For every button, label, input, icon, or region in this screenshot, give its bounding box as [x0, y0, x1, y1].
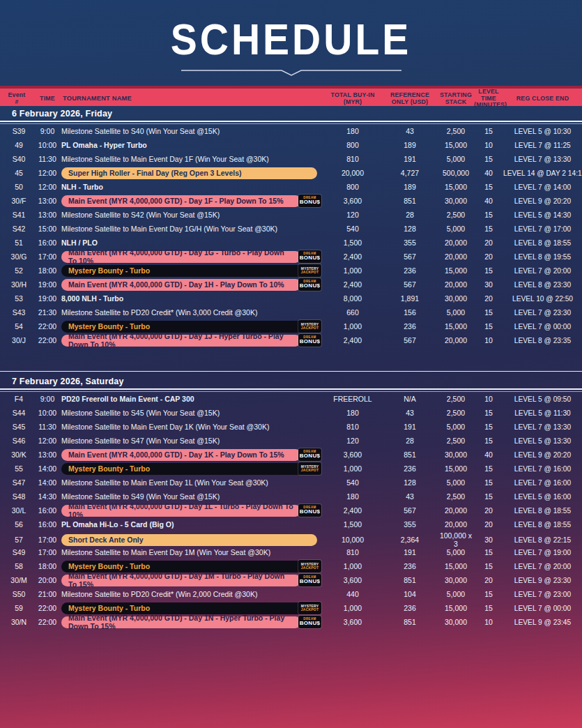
- reg-close-end-value: LEVEL 7 @ 17:00: [503, 225, 582, 233]
- tournament-name-cell: PL Omaha Hi-Lo - 5 Card (Big O): [61, 517, 323, 531]
- badge-main-text: BONU$: [300, 579, 321, 584]
- day-section: 7 February 2026, Saturday F4 9:00 PD20 F…: [0, 371, 582, 629]
- level-time-value: 15: [474, 562, 503, 570]
- tournament-name: Main Event (MYR 4,000,000 GTD) - Day 1H …: [61, 279, 301, 291]
- bonus-badge: DREAM BONU$: [298, 278, 321, 291]
- start-time: 10:00: [33, 409, 61, 417]
- reference-usd-value: 128: [382, 478, 438, 487]
- reg-close-end-value: LEVEL 14 @ DAY 2 14:15: [503, 169, 582, 177]
- level-time-value: 15: [474, 183, 503, 191]
- level-time-value: 15: [474, 423, 503, 431]
- starting-stack-value: 500,000: [438, 169, 474, 177]
- total-buyin-value: 2,400: [323, 336, 382, 344]
- reg-close-end-value: LEVEL 9 @ 23:45: [503, 619, 582, 626]
- starting-stack-value: 30,000: [438, 197, 474, 205]
- level-time-value: 20: [474, 238, 503, 247]
- event-number: S41: [0, 211, 33, 219]
- event-number: 55: [0, 464, 33, 473]
- table-row: 30/N 22:00 Main Event (MYR 4,000,000 GTD…: [0, 615, 582, 629]
- total-buyin-value: 800: [323, 183, 382, 191]
- level-time-value: 15: [474, 225, 503, 233]
- starting-stack-value: 15,000: [438, 604, 474, 612]
- tournament-name-cell: Milestone Satellite to S47 (Win Your Sea…: [61, 434, 323, 448]
- event-number: 30/H: [0, 280, 33, 289]
- reg-close-end-value: LEVEL 9 @ 23:30: [503, 577, 582, 584]
- badge-main-text: BONU$: [300, 621, 321, 626]
- reference-usd-value: 191: [382, 548, 438, 556]
- starting-stack-value: 20,000: [438, 280, 474, 289]
- reg-close-end-value: LEVEL 5 @ 09:50: [503, 395, 582, 403]
- tournament-name-cell: Milestone Satellite to Main Event Day 1M…: [61, 545, 323, 559]
- tournament-name-cell: Milestone Satellite to S45 (Win Your Sea…: [61, 406, 323, 420]
- page-title: SCHEDULE: [0, 17, 582, 61]
- total-buyin-value: 180: [323, 409, 382, 417]
- reference-usd-value: 567: [382, 506, 438, 515]
- reg-close-end-value: LEVEL 7 @ 16:00: [503, 465, 582, 473]
- tournament-name-cell: Mystery Bounty - Turbo MYSTERY JACKPOT: [61, 264, 323, 278]
- tournament-name: Mystery Bounty - Turbo: [61, 561, 321, 572]
- level-time-value: 30: [474, 536, 503, 544]
- title-underline-chevron-ornament: [180, 68, 403, 77]
- start-time: 15:00: [33, 225, 61, 233]
- tournament-name: Main Event (MYR 4,000,000 GTD) - Day 1G …: [61, 251, 301, 263]
- starting-stack-value: 15,000: [438, 562, 474, 570]
- reference-usd-value: 104: [382, 590, 438, 598]
- total-buyin-value: 2,400: [323, 506, 382, 515]
- starting-stack-value: 15,000: [438, 141, 474, 149]
- badge-main-text: JACKPOT: [301, 469, 319, 472]
- badge-main-text: BONU$: [300, 339, 321, 344]
- event-number: S48: [0, 492, 33, 501]
- total-buyin-value: 2,400: [323, 252, 382, 261]
- tournament-name-cell: Super High Roller - Final Day (Reg Open …: [61, 166, 323, 180]
- starting-stack-value: 30,000: [438, 576, 474, 584]
- tournament-name: Milestone Satellite to Main Event Day 1F…: [61, 155, 269, 163]
- starting-stack-value: 5,000: [438, 308, 474, 317]
- starting-stack-value: 30,000: [438, 618, 474, 626]
- start-time: 12:00: [33, 169, 61, 177]
- event-number: 30/G: [0, 252, 33, 261]
- tournament-name-cell: Main Event (MYR 4,000,000 GTD) - Day 1N …: [61, 615, 323, 629]
- tournament-name-cell: Main Event (MYR 4,000,000 GTD) - Day 1F …: [61, 194, 323, 208]
- section-rows: F4 9:00 PD20 Freeroll to Main Event - CA…: [0, 392, 582, 629]
- level-time-value: 15: [474, 127, 503, 135]
- column-header-time: TIME: [33, 96, 61, 103]
- start-time: 14:00: [33, 478, 61, 487]
- tournament-name: Mystery Bounty - Turbo: [61, 463, 321, 475]
- table-row: S39 9:00 Milestone Satellite to S40 (Win…: [0, 124, 582, 138]
- reference-usd-value: 128: [382, 225, 438, 233]
- start-time: 13:00: [33, 197, 61, 205]
- event-number: 30/J: [0, 336, 33, 344]
- total-buyin-value: 1,500: [323, 238, 382, 247]
- badge-main-text: BONU$: [300, 283, 321, 289]
- bonus-badge: DREAM BONU$: [298, 616, 321, 628]
- event-number: 30/K: [0, 450, 33, 459]
- starting-stack-value: 2,500: [438, 127, 474, 135]
- tournament-name: Main Event (MYR 4,000,000 GTD) - Day 1F …: [61, 195, 301, 207]
- event-number: S42: [0, 225, 33, 233]
- badge-main-text: BONU$: [300, 199, 321, 205]
- table-row: S49 17:00 Milestone Satellite to Main Ev…: [0, 545, 582, 559]
- starting-stack-value: 2,500: [438, 437, 474, 445]
- reg-close-end-value: LEVEL 5 @ 16:00: [503, 493, 582, 501]
- tournament-name-cell: Milestone Satellite to Main Event Day 1K…: [61, 420, 323, 434]
- tournament-name: Main Event (MYR 4,000,000 GTD) - Day 1K …: [61, 449, 301, 461]
- reference-usd-value: 28: [382, 437, 438, 445]
- reg-close-end-value: LEVEL 7 @ 20:00: [503, 563, 582, 570]
- level-time-value: 15: [474, 155, 503, 163]
- starting-stack-value: 20,000: [438, 336, 474, 344]
- reg-close-end-value: LEVEL 7 @ 23:30: [503, 309, 582, 317]
- event-number: 51: [0, 238, 33, 247]
- schedule-poster: SCHEDULE Event # TIME TOURNAMENT NAME TO…: [0, 0, 582, 728]
- table-row: 30/K 13:00 Main Event (MYR 4,000,000 GTD…: [0, 448, 582, 462]
- starting-stack-value: 5,000: [438, 423, 474, 431]
- tournament-name: Short Deck Ante Only: [61, 534, 317, 546]
- starting-stack-value: 2,500: [438, 492, 474, 501]
- level-time-value: 15: [474, 604, 503, 612]
- start-time: 12:00: [33, 183, 61, 191]
- tournament-name: Mystery Bounty - Turbo: [61, 602, 321, 614]
- table-row: S46 12:00 Milestone Satellite to S47 (Wi…: [0, 434, 582, 448]
- reg-close-end-value: LEVEL 7 @ 13:30: [503, 423, 582, 431]
- badge-main-text: JACKPOT: [301, 271, 319, 274]
- tournament-name-cell: Milestone Satellite to Main Event Day 1G…: [61, 222, 323, 236]
- event-number: 53: [0, 294, 33, 303]
